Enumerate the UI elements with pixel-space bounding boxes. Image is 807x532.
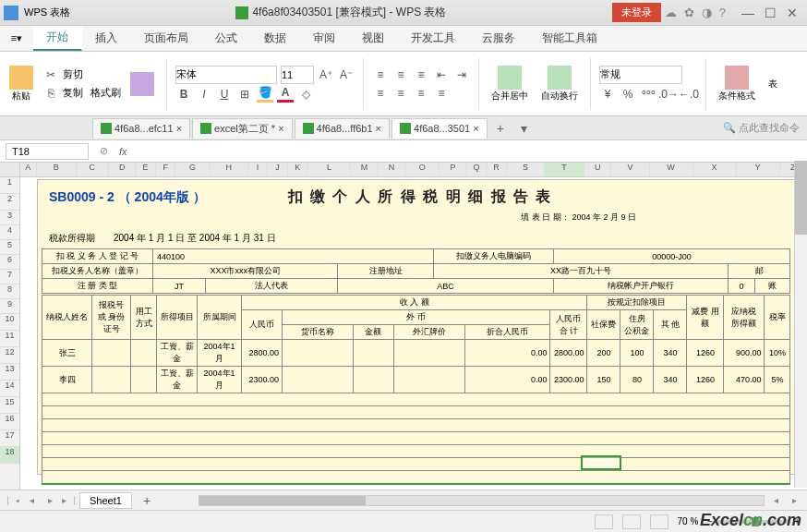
add-sheet-button[interactable]: +	[136, 493, 158, 508]
select-all-corner[interactable]	[0, 163, 19, 177]
sheet-nav-next[interactable]: ▸	[42, 495, 57, 505]
column-header-K[interactable]: K	[288, 163, 308, 176]
menu-tab-4[interactable]: 数据	[251, 26, 300, 51]
document-tab-2[interactable]: 4f6a8...ff6b1 ×	[295, 118, 390, 139]
column-header-J[interactable]: J	[268, 163, 288, 176]
row-header-12[interactable]: 12	[0, 347, 19, 364]
hscroll-right[interactable]: ▸	[787, 495, 801, 505]
column-header-F[interactable]: F	[156, 163, 176, 176]
column-header-U[interactable]: U	[584, 163, 611, 176]
table-row[interactable]: 李四工资、薪金2004年1月2300.000.002300.0015080340…	[42, 367, 790, 393]
document-tab-3[interactable]: 4f6a8...3501 ×	[391, 118, 488, 139]
minimize-button[interactable]: —	[737, 4, 759, 22]
menu-tab-7[interactable]: 开发工具	[398, 26, 469, 51]
zoom-level[interactable]: 70 %	[678, 516, 699, 526]
row-header-8[interactable]: 8	[0, 284, 19, 299]
column-header-P[interactable]: P	[440, 163, 466, 176]
sheet-nav-prev[interactable]: ◂	[24, 495, 39, 505]
row-header-13[interactable]: 13	[0, 364, 19, 381]
column-header-H[interactable]: H	[211, 163, 248, 176]
skin-icon[interactable]: ◑	[702, 6, 712, 19]
document-tab-1[interactable]: excel第二页 * ×	[192, 118, 293, 139]
menu-tab-3[interactable]: 公式	[202, 26, 251, 51]
copy-label[interactable]: 复制	[63, 86, 83, 100]
clear-format-button[interactable]: ◇	[297, 86, 314, 103]
column-header-T[interactable]: T	[545, 163, 584, 176]
merge-center-button[interactable]: 合并居中	[488, 64, 532, 104]
menu-tab-8[interactable]: 云服务	[469, 26, 529, 51]
align-justify-icon[interactable]: ≡	[433, 85, 450, 102]
align-center-icon[interactable]: ≡	[392, 85, 409, 102]
menu-tab-0[interactable]: 开始	[33, 26, 82, 51]
column-header-R[interactable]: R	[487, 163, 507, 176]
view-layout-icon[interactable]	[622, 514, 641, 529]
align-top-icon[interactable]: ≡	[372, 66, 389, 83]
column-header-E[interactable]: E	[136, 163, 156, 176]
copy-icon[interactable]: ⎘	[42, 85, 59, 102]
hscroll-left[interactable]: ◂	[768, 495, 783, 505]
menu-tab-6[interactable]: 视图	[349, 26, 398, 51]
menu-tab-1[interactable]: 插入	[82, 26, 131, 51]
row-header-5[interactable]: 5	[0, 240, 19, 255]
cloud-icon[interactable]: ☁	[665, 6, 677, 19]
list-document-tab[interactable]: ▾	[513, 121, 535, 136]
percent-icon[interactable]: %	[620, 86, 636, 103]
cut-icon[interactable]: ✂	[42, 66, 59, 83]
maximize-button[interactable]: ☐	[759, 4, 781, 22]
column-header-O[interactable]: O	[405, 163, 440, 176]
column-header-N[interactable]: N	[379, 163, 405, 176]
bold-button[interactable]: B	[175, 86, 192, 103]
row-header-14[interactable]: 14	[0, 381, 19, 397]
column-header-C[interactable]: C	[77, 163, 109, 176]
add-document-tab[interactable]: +	[489, 121, 512, 136]
column-header-G[interactable]: G	[175, 163, 210, 176]
login-button[interactable]: 未登录	[612, 3, 661, 22]
close-button[interactable]: ✕	[781, 4, 803, 22]
vertical-scroll-thumb[interactable]	[795, 161, 807, 235]
row-header-1[interactable]: 1	[0, 177, 19, 194]
row-header-9[interactable]: 9	[0, 299, 19, 314]
table-row[interactable]: 张三工资、薪金2004年1月2800.000.002800.0020010034…	[42, 340, 790, 367]
column-header-B[interactable]: B	[37, 163, 77, 176]
format-painter-label[interactable]: 格式刷	[90, 86, 121, 100]
menu-tab-5[interactable]: 审阅	[300, 26, 349, 51]
column-header-W[interactable]: W	[650, 163, 693, 176]
indent-increase-icon[interactable]: ⇥	[453, 66, 470, 83]
decrease-decimal-icon[interactable]: ←.0	[681, 86, 697, 103]
align-right-icon[interactable]: ≡	[413, 85, 429, 102]
fill-color-button[interactable]: 🪣	[257, 86, 273, 103]
column-header-Y[interactable]: Y	[737, 163, 780, 176]
comma-icon[interactable]: ᵒᵒᵒ	[640, 86, 656, 103]
view-pagebreak-icon[interactable]	[650, 514, 668, 529]
view-normal-icon[interactable]	[595, 514, 613, 529]
horizontal-scrollbar[interactable]	[199, 495, 765, 506]
row-header-17[interactable]: 17	[0, 430, 19, 447]
row-header-11[interactable]: 11	[0, 331, 19, 347]
help-icon[interactable]: ?	[719, 6, 726, 19]
increase-font-icon[interactable]: A⁺	[318, 66, 334, 83]
column-header-X[interactable]: X	[693, 163, 737, 176]
paste-button[interactable]: 粘贴	[6, 64, 37, 104]
menu-tab-9[interactable]: 智能工具箱	[529, 26, 611, 51]
column-header-A[interactable]: A	[20, 163, 37, 176]
font-color-button[interactable]: A	[277, 86, 294, 103]
wrap-text-button[interactable]: 自动换行	[537, 64, 582, 104]
conditional-format-button[interactable]: 条件格式	[715, 64, 759, 104]
sheet-nav-first[interactable]: ⎸◂	[6, 495, 20, 506]
italic-button[interactable]: I	[196, 86, 212, 103]
row-header-3[interactable]: 3	[0, 211, 19, 225]
vertical-scrollbar[interactable]	[794, 161, 807, 488]
table-format-button[interactable]: 表	[765, 76, 781, 92]
formula-input[interactable]	[133, 144, 807, 159]
column-header-S[interactable]: S	[507, 163, 545, 176]
column-header-Q[interactable]: Q	[467, 163, 488, 176]
cut-label[interactable]: 剪切	[63, 67, 83, 81]
column-header-V[interactable]: V	[611, 163, 649, 176]
row-header-18[interactable]: 18	[0, 447, 19, 464]
indent-decrease-icon[interactable]: ⇤	[433, 66, 450, 83]
menu-tab-2[interactable]: 页面布局	[131, 26, 202, 51]
currency-icon[interactable]: ¥	[599, 86, 616, 103]
row-header-6[interactable]: 6	[0, 255, 19, 270]
font-size-select[interactable]	[281, 66, 314, 84]
align-middle-icon[interactable]: ≡	[392, 66, 409, 83]
